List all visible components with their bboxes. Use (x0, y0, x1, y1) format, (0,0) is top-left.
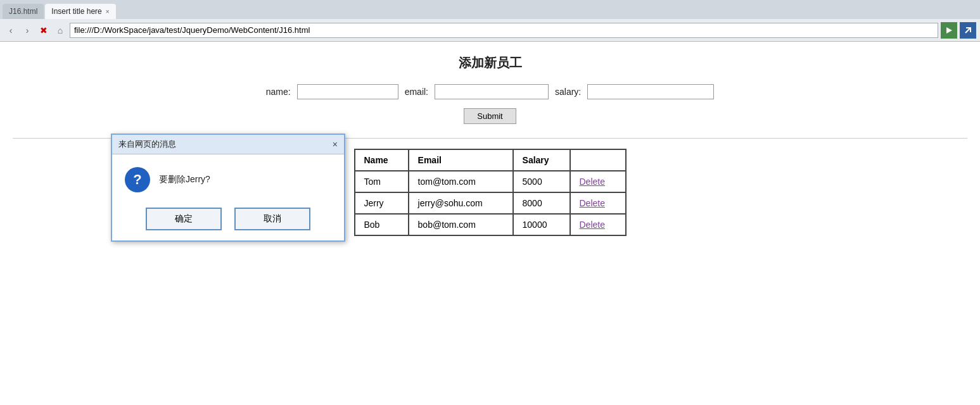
page-content: 添加新员工 name: email: salary: Submit Name E… (0, 42, 980, 405)
browser-window: J16.html Insert title here × ‹ › ✖ ⌂ 添加新… (0, 0, 980, 405)
address-input[interactable] (70, 23, 938, 38)
external-link-button[interactable] (960, 22, 976, 39)
dialog-question-icon: ? (125, 167, 150, 192)
dialog-cancel-button[interactable]: 取消 (234, 208, 310, 230)
tab-close-icon[interactable]: × (106, 8, 110, 15)
dialog-buttons: 确定 取消 (112, 201, 344, 240)
dialog-title-bar: 来自网页的消息 × (112, 135, 344, 154)
back-button[interactable]: ‹ (4, 23, 18, 37)
confirm-dialog: 来自网页的消息 × ? 要删除Jerry? 确定 取消 (111, 134, 345, 242)
tab-bar: J16.html Insert title here × (0, 0, 980, 19)
address-bar-row: ‹ › ✖ ⌂ (0, 19, 980, 42)
home-button[interactable]: ⌂ (53, 23, 67, 37)
dialog-close-button[interactable]: × (333, 139, 338, 149)
forward-button[interactable]: › (20, 23, 34, 37)
tab-j16-label: J16.html (9, 7, 37, 16)
go-button[interactable] (941, 22, 957, 39)
tab-j16[interactable]: J16.html (3, 4, 44, 19)
dialog-title-text: 来自网页的消息 (118, 139, 176, 150)
stop-button[interactable]: ✖ (37, 23, 51, 37)
dialog-overlay: 来自网页的消息 × ? 要删除Jerry? 确定 取消 (0, 42, 980, 405)
dialog-body: ? 要删除Jerry? (112, 154, 344, 201)
dialog-confirm-button[interactable]: 确定 (146, 208, 222, 230)
dialog-message: 要删除Jerry? (159, 174, 210, 185)
tab-insert-title[interactable]: Insert title here × (45, 4, 115, 19)
tab-active-label: Insert title here (51, 7, 101, 16)
svg-line-1 (965, 28, 970, 33)
svg-marker-0 (946, 27, 952, 34)
